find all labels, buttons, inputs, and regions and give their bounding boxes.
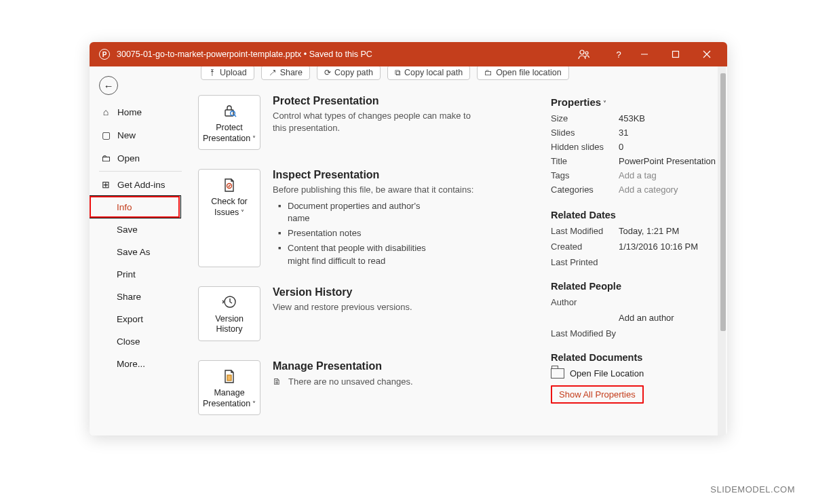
prop-size-value: 453KB bbox=[619, 113, 723, 123]
last-printed-label: Last Printed bbox=[551, 257, 619, 267]
new-icon: ▢ bbox=[100, 130, 111, 140]
add-author-link[interactable]: Add an author bbox=[619, 313, 723, 323]
version-title: Version History bbox=[273, 286, 412, 298]
history-icon bbox=[201, 294, 257, 310]
copy-local-path-button[interactable]: ⧉Copy local path bbox=[387, 66, 470, 80]
last-printed-value bbox=[619, 257, 723, 267]
prop-tags-label: Tags bbox=[551, 170, 619, 180]
prop-title-value[interactable]: PowerPoint Presentation bbox=[619, 156, 723, 166]
manage-presentation-button[interactable]: Manage Presentation bbox=[198, 360, 260, 415]
title-bar: 30075-01-go-to-market-powerpoint-templat… bbox=[90, 42, 727, 66]
properties-panel: Properties Size453KB Slides31 Hidden sli… bbox=[551, 95, 723, 434]
lock-icon bbox=[201, 102, 257, 119]
last-modified-value: Today, 1:21 PM bbox=[619, 226, 723, 236]
share-icon: ⭧ bbox=[269, 68, 277, 77]
check-for-issues-button[interactable]: Check for Issues bbox=[198, 169, 260, 267]
nav-info[interactable]: Info bbox=[90, 196, 191, 218]
nav-get-addins[interactable]: ⊞Get Add-ins bbox=[90, 173, 191, 196]
folder-icon: 🗀 bbox=[484, 68, 492, 77]
inspect-bullet: Content that people with disabilities mi… bbox=[273, 242, 442, 267]
related-people-header: Related People bbox=[551, 281, 723, 292]
nav-export[interactable]: Export bbox=[90, 308, 191, 330]
home-icon: ⌂ bbox=[100, 106, 111, 117]
upload-icon: ⭱ bbox=[208, 68, 216, 77]
help-button[interactable]: ? bbox=[609, 50, 628, 60]
link-icon: ⟳ bbox=[324, 68, 331, 77]
prop-hidden-label: Hidden slides bbox=[551, 142, 619, 152]
prop-categories-label: Categories bbox=[551, 185, 619, 195]
inspect-bullet: Presentation notes bbox=[273, 227, 442, 239]
nav-save[interactable]: Save bbox=[90, 218, 191, 241]
prop-categories-value[interactable]: Add a category bbox=[619, 185, 723, 195]
scrollbar-thumb[interactable] bbox=[720, 73, 726, 331]
prop-size-label: Size bbox=[551, 113, 619, 123]
copy-path-button[interactable]: ⟳Copy path bbox=[317, 66, 381, 80]
app-window: 30075-01-go-to-market-powerpoint-templat… bbox=[90, 42, 727, 435]
manage-desc: There are no unsaved changes. bbox=[288, 376, 413, 387]
copy-icon: ⧉ bbox=[395, 68, 401, 77]
properties-header[interactable]: Properties bbox=[551, 96, 723, 108]
related-documents-header: Related Documents bbox=[551, 352, 723, 363]
open-file-location-link[interactable]: Open File Location bbox=[551, 368, 723, 379]
nav-print[interactable]: Print bbox=[90, 263, 191, 286]
version-history-section: Version History Version History View and… bbox=[198, 286, 530, 341]
nav-divider bbox=[99, 171, 182, 172]
addins-icon: ⊞ bbox=[100, 179, 111, 190]
inspect-bullet: Document properties and author's name bbox=[273, 200, 442, 225]
svg-rect-3 bbox=[673, 52, 679, 58]
open-file-location-button[interactable]: 🗀Open file location bbox=[477, 66, 569, 80]
version-history-button[interactable]: Version History bbox=[198, 286, 260, 341]
nav-home[interactable]: ⌂Home bbox=[90, 100, 191, 123]
nav-close[interactable]: Close bbox=[90, 330, 191, 353]
folder-icon bbox=[551, 368, 564, 379]
created-value: 1/13/2016 10:16 PM bbox=[619, 241, 723, 252]
nav-share[interactable]: Share bbox=[90, 286, 191, 308]
inspect-title: Inspect Presentation bbox=[273, 169, 473, 181]
prop-hidden-value: 0 bbox=[619, 142, 723, 152]
save-status-text: Saved to this PC bbox=[309, 50, 372, 59]
filename-text: 30075-01-go-to-market-powerpoint-templat… bbox=[117, 50, 301, 59]
prop-slides-value: 31 bbox=[619, 128, 723, 138]
close-button[interactable] bbox=[703, 50, 722, 58]
watermark-text: SLIDEMODEL.COM bbox=[710, 484, 795, 495]
manage-icon bbox=[201, 368, 257, 384]
protect-title: Protect Presentation bbox=[273, 95, 476, 107]
protect-presentation-button[interactable]: Protect Presentation bbox=[198, 95, 260, 150]
share-button[interactable]: ⭧Share bbox=[261, 66, 310, 80]
powerpoint-icon bbox=[99, 49, 110, 60]
created-label: Created bbox=[551, 241, 619, 252]
nav-more[interactable]: More... bbox=[90, 353, 191, 375]
info-pane: ⭱Upload ⭧Share ⟳Copy path ⧉Copy local pa… bbox=[191, 66, 727, 435]
share-presence-icon[interactable] bbox=[578, 49, 597, 60]
manage-presentation-section: Manage Presentation Manage Presentation … bbox=[198, 360, 530, 415]
check-icon bbox=[201, 176, 257, 193]
svg-line-8 bbox=[234, 115, 236, 117]
svg-point-1 bbox=[585, 52, 588, 54]
minimize-button[interactable] bbox=[640, 50, 659, 58]
svg-point-0 bbox=[580, 50, 584, 54]
open-icon: 🗀 bbox=[100, 153, 111, 163]
prop-slides-label: Slides bbox=[551, 128, 619, 138]
last-modified-by-label: Last Modified By bbox=[551, 328, 619, 338]
author-label: Author bbox=[551, 297, 619, 307]
quick-actions-bar: ⭱Upload ⭧Share ⟳Copy path ⧉Copy local pa… bbox=[198, 71, 723, 85]
backstage-nav: ⌂Home ▢New 🗀Open ⊞Get Add-ins Info Save … bbox=[90, 66, 191, 435]
manage-title: Manage Presentation bbox=[273, 360, 413, 372]
back-button[interactable] bbox=[99, 76, 118, 95]
prop-tags-value[interactable]: Add a tag bbox=[619, 170, 723, 180]
related-dates-header: Related Dates bbox=[551, 210, 723, 220]
protect-presentation-section: Protect Presentation Protect Presentatio… bbox=[198, 95, 530, 150]
window-title: 30075-01-go-to-market-powerpoint-templat… bbox=[117, 50, 578, 59]
upload-button[interactable]: ⭱Upload bbox=[201, 66, 254, 80]
prop-title-label: Title bbox=[551, 156, 619, 166]
nav-new[interactable]: ▢New bbox=[90, 123, 191, 147]
nav-save-as[interactable]: Save As bbox=[90, 241, 191, 263]
show-all-properties-highlight: Show All Properties bbox=[551, 385, 644, 404]
nav-open[interactable]: 🗀Open bbox=[90, 147, 191, 170]
version-desc: View and restore previous versions. bbox=[273, 301, 412, 313]
document-icon: 🗎 bbox=[273, 376, 282, 387]
svg-rect-11 bbox=[227, 375, 231, 381]
maximize-button[interactable] bbox=[672, 50, 691, 58]
last-modified-label: Last Modified bbox=[551, 226, 619, 236]
show-all-properties-link[interactable]: Show All Properties bbox=[554, 387, 641, 402]
